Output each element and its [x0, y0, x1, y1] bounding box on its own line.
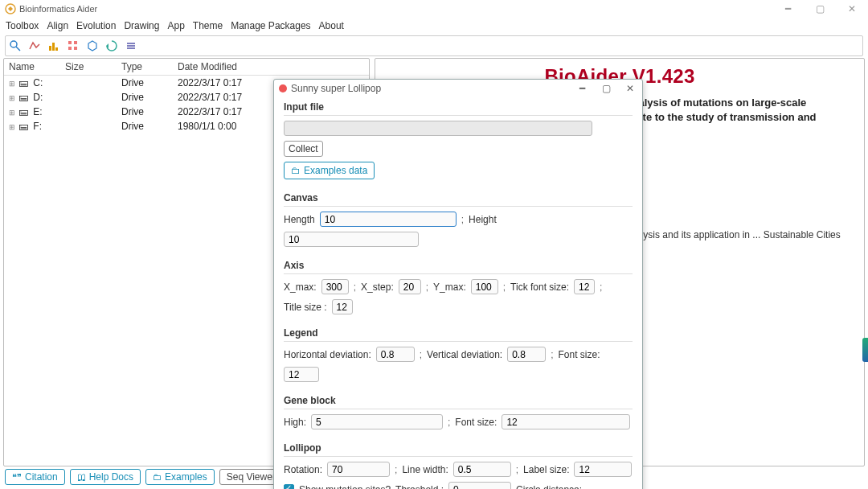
toolbar-icon-4[interactable] [65, 38, 81, 54]
svg-marker-10 [88, 41, 96, 51]
gene-font-input[interactable] [502, 414, 630, 429]
close-button[interactable]: ✕ [836, 0, 868, 18]
col-name[interactable]: Name [4, 59, 60, 76]
tickfont-input[interactable] [574, 279, 595, 294]
drive-icon: 🖴 [18, 121, 29, 132]
expander-icon[interactable]: ⊞ [9, 123, 15, 131]
svg-line-2 [16, 47, 20, 51]
legend-font-label: Font size: [558, 349, 600, 360]
hength-input[interactable] [320, 212, 457, 227]
labelsize-input[interactable] [574, 462, 632, 477]
input-file-section-title: Input file [284, 101, 633, 116]
expander-icon[interactable]: ⊞ [9, 80, 15, 88]
drive-icon: 🖴 [18, 77, 29, 88]
menu-toolbox[interactable]: Toolbox [3, 19, 41, 32]
gene-font-label: Font size: [455, 417, 497, 428]
linewidth-input[interactable] [453, 462, 511, 477]
menu-manage-packages[interactable]: Manage Packages [228, 19, 313, 32]
threshold-input[interactable] [448, 482, 511, 489]
menu-about[interactable]: About [317, 19, 346, 32]
titlesize-label: Title size : [284, 302, 327, 313]
app-title: Bioinformatics Aider [19, 4, 97, 14]
menu-align[interactable]: Align [44, 19, 71, 32]
window-controls: ━ ▢ ✕ [772, 0, 868, 18]
hdev-input[interactable] [376, 347, 415, 362]
seqviewer-label: Seq Viewer [227, 471, 276, 483]
sep: ; [461, 214, 464, 225]
hdev-label: Horizontal deviation: [284, 349, 371, 360]
xstep-input[interactable] [399, 279, 421, 294]
dialog-maximize-button[interactable]: ▢ [594, 80, 618, 97]
col-size[interactable]: Size [60, 59, 117, 76]
lollipop-section-title: Lollipop [284, 442, 633, 457]
maximize-button[interactable]: ▢ [804, 0, 836, 18]
xmax-label: X_max: [284, 281, 317, 293]
hength-label: Hength [284, 214, 315, 225]
examples-data-label: Examples data [304, 165, 367, 176]
expander-icon[interactable]: ⊞ [9, 109, 15, 117]
folder-icon: 🗀 [153, 472, 162, 482]
toolbar [5, 35, 863, 56]
collect-button[interactable]: Collect [284, 141, 323, 157]
col-date[interactable]: Date Modified [173, 59, 369, 76]
examples-data-button[interactable]: 🗀Examples data [284, 162, 375, 179]
circledist-label: Circle distance: [516, 484, 582, 490]
toolbar-icon-2[interactable] [27, 38, 43, 54]
menu-app[interactable]: App [165, 19, 186, 32]
col-type[interactable]: Type [117, 59, 173, 76]
gene-section-title: Gene block [284, 395, 633, 409]
input-file-field[interactable] [284, 121, 592, 136]
side-handle[interactable] [862, 338, 868, 362]
menu-theme[interactable]: Theme [190, 19, 225, 32]
svg-rect-6 [68, 41, 72, 44]
citation-button[interactable]: ❝❞Citation [5, 469, 65, 485]
ymax-input[interactable] [471, 279, 498, 294]
titlesize-input[interactable] [332, 299, 353, 314]
examples-button[interactable]: 🗀Examples [145, 469, 215, 485]
toolbar-icon-1[interactable] [7, 38, 23, 54]
toolbar-icon-5[interactable] [84, 38, 100, 54]
axis-section-title: Axis [284, 260, 633, 274]
menu-drawing[interactable]: Drawing [121, 19, 162, 32]
dialog-dot-icon [279, 84, 287, 92]
svg-rect-9 [74, 47, 77, 50]
rotation-input[interactable] [327, 462, 390, 477]
show-mutation-label: Show mutation sites? [299, 484, 391, 490]
titlebar: Bioinformatics Aider [0, 0, 868, 18]
canvas-section-title: Canvas [284, 192, 633, 207]
gene-high-label: High: [284, 417, 306, 428]
ymax-label: Y_max: [433, 281, 466, 293]
svg-rect-8 [68, 47, 72, 50]
rotation-label: Rotation: [284, 464, 322, 475]
folder-icon: 🗀 [291, 165, 301, 176]
toolbar-icon-7[interactable] [123, 38, 139, 54]
svg-rect-3 [49, 46, 51, 51]
tickfont-label: Tick font size: [510, 281, 569, 293]
height-input[interactable] [284, 232, 419, 247]
dialog-minimize-button[interactable]: ━ [570, 80, 594, 97]
helpdocs-button[interactable]: 🕮Help Docs [70, 469, 141, 485]
minimize-button[interactable]: ━ [772, 0, 804, 18]
toolbar-icon-6[interactable] [104, 38, 120, 54]
drive-icon: 🖴 [18, 92, 29, 103]
labelsize-label: Label size: [523, 464, 569, 475]
app-logo-icon [5, 3, 16, 14]
xmax-input[interactable] [321, 279, 349, 294]
linewidth-label: Line width: [402, 464, 448, 475]
book-icon: 🕮 [77, 472, 86, 482]
helpdocs-label: Help Docs [89, 471, 133, 483]
menubar: Toolbox Align Evolution Drawing App Them… [0, 18, 868, 34]
gene-high-input[interactable] [311, 414, 443, 429]
legend-section-title: Legend [284, 327, 633, 342]
vdev-label: Vertical deviation: [427, 349, 502, 360]
vdev-input[interactable] [507, 347, 546, 362]
expander-icon[interactable]: ⊞ [9, 94, 15, 102]
xstep-label: X_step: [361, 281, 394, 293]
show-mutation-checkbox[interactable] [284, 484, 294, 489]
dialog-titlebar[interactable]: Sunny super Lollipop ━ ▢ ✕ [274, 80, 642, 97]
collect-label: Collect [289, 143, 318, 154]
menu-evolution[interactable]: Evolution [74, 19, 118, 32]
dialog-close-button[interactable]: ✕ [618, 80, 642, 97]
legend-font-input[interactable] [284, 367, 319, 382]
toolbar-icon-3[interactable] [46, 38, 62, 54]
